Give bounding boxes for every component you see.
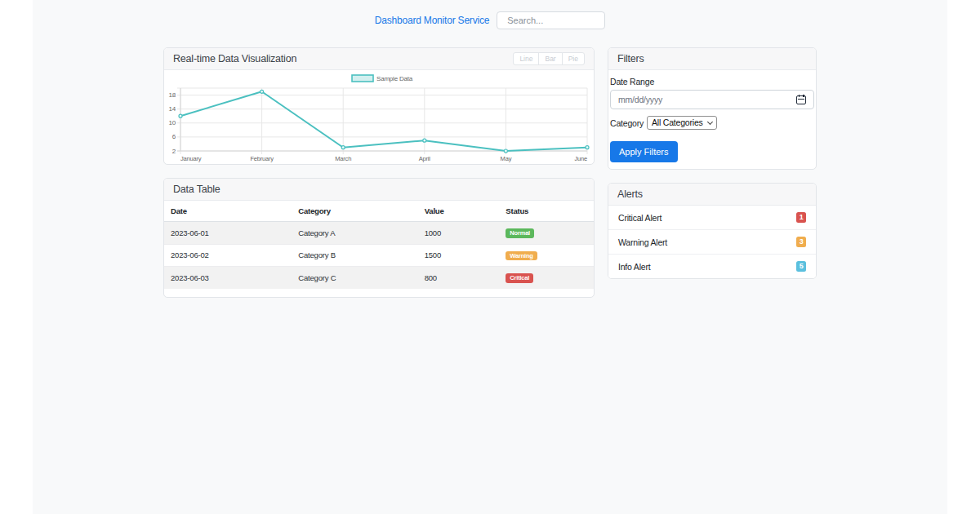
right-column: Filters Date Range mm/dd/yyyy Category A… [608, 47, 817, 298]
svg-text:18: 18 [169, 91, 176, 99]
category-row: Category All Categories [610, 116, 814, 130]
svg-text:March: March [335, 155, 351, 162]
category-label: Category [610, 118, 644, 128]
date-range-input[interactable]: mm/dd/yyyy [610, 90, 814, 109]
column-header-value: Value [418, 201, 500, 222]
alerts-list: Critical Alert 1 Warning Alert 3 Info Al… [608, 206, 816, 278]
list-item-info-alert: Info Alert 5 [608, 254, 816, 278]
status-badge-warning: Warning [506, 251, 537, 261]
column-header-date: Date [164, 201, 292, 222]
chart-card-title: Real-time Data Visualization [173, 53, 296, 64]
chart-card-header: Real-time Data Visualization Line Bar Pi… [164, 48, 594, 70]
alert-count-badge: 3 [796, 237, 806, 247]
svg-text:January: January [180, 155, 202, 162]
list-item-critical-alert: Critical Alert 1 [608, 206, 816, 229]
svg-text:April: April [419, 155, 431, 162]
bar-chart-button[interactable]: Bar [538, 52, 562, 65]
data-table-title: Data Table [173, 184, 220, 195]
alert-label: Warning Alert [618, 237, 667, 247]
chart-card: Real-time Data Visualization Line Bar Pi… [163, 47, 595, 165]
svg-text:14: 14 [169, 105, 176, 113]
table-header-row: Date Category Value Status [164, 201, 594, 222]
cell-category: Category B [292, 244, 417, 267]
cell-value: 1500 [418, 244, 500, 267]
cell-date: 2023-06-02 [164, 244, 292, 267]
filters-card: Filters Date Range mm/dd/yyyy Category A… [608, 47, 817, 170]
top-bar: Dashboard Monitor Service [33, 0, 947, 33]
table-row: 2023-06-01 Category A 1000 Normal [164, 222, 594, 245]
column-header-category: Category [292, 201, 417, 222]
cell-category: Category A [292, 222, 417, 245]
alert-count-badge: 5 [796, 261, 806, 272]
svg-text:May: May [501, 155, 512, 162]
apply-filters-button[interactable]: Apply Filters [610, 141, 678, 162]
date-placeholder: mm/dd/yyyy [618, 95, 662, 104]
data-table-card: Data Table Date Category Value Status [163, 178, 595, 298]
alert-label: Info Alert [618, 262, 650, 272]
pie-chart-button[interactable]: Pie [562, 52, 585, 65]
calendar-icon[interactable] [796, 95, 806, 104]
alert-label: Critical Alert [618, 213, 662, 223]
category-select[interactable]: All Categories [647, 116, 717, 130]
brand-link[interactable]: Dashboard Monitor Service [375, 15, 489, 26]
filters-title: Filters [617, 53, 644, 64]
data-table-wrap: Date Category Value Status 2023-06-01 Ca… [164, 201, 594, 297]
cell-date: 2023-06-01 [164, 222, 292, 245]
alert-count-badge: 1 [796, 212, 806, 223]
svg-text:June: June [575, 155, 587, 162]
date-range-label: Date Range [610, 77, 814, 86]
chart-body: 26101418JanuaryFebruaryMarchAprilMayJune… [164, 70, 594, 164]
cell-date: 2023-06-03 [164, 267, 292, 289]
svg-text:10: 10 [169, 119, 176, 126]
cell-value: 1000 [418, 222, 500, 245]
data-table: Date Category Value Status 2023-06-01 Ca… [164, 201, 594, 289]
svg-text:6: 6 [172, 133, 176, 140]
data-table-card-header: Data Table [164, 179, 594, 201]
list-item-warning-alert: Warning Alert 3 [608, 229, 816, 254]
table-row: 2023-06-03 Category C 800 Critical [164, 267, 594, 289]
svg-text:Sample Data: Sample Data [376, 75, 413, 82]
cell-category: Category C [292, 267, 417, 289]
alerts-card-header: Alerts [608, 184, 816, 206]
svg-text:2: 2 [172, 148, 176, 155]
main-row: Real-time Data Visualization Line Bar Pi… [163, 47, 817, 298]
filters-body: Date Range mm/dd/yyyy Category All Categ… [608, 70, 816, 169]
status-badge-normal: Normal [506, 228, 534, 238]
line-chart: 26101418JanuaryFebruaryMarchAprilMayJune… [167, 71, 592, 164]
chart-type-button-group: Line Bar Pie [513, 52, 585, 65]
table-row: 2023-06-02 Category B 1500 Warning [164, 244, 594, 267]
chevron-down-icon [707, 118, 713, 124]
cell-value: 800 [418, 267, 500, 289]
line-chart-button[interactable]: Line [513, 52, 539, 65]
alerts-title: Alerts [617, 188, 643, 200]
category-selected-value: All Categories [652, 117, 703, 127]
filters-card-header: Filters [608, 48, 816, 70]
search-input[interactable] [497, 11, 605, 29]
svg-text:February: February [250, 155, 274, 162]
alerts-card: Alerts Critical Alert 1 Warning Alert 3 … [608, 183, 817, 279]
page-container: Dashboard Monitor Service Real-time Data… [33, 0, 947, 514]
status-badge-critical: Critical [506, 273, 533, 283]
column-header-status: Status [499, 201, 594, 222]
left-column: Real-time Data Visualization Line Bar Pi… [163, 47, 595, 298]
